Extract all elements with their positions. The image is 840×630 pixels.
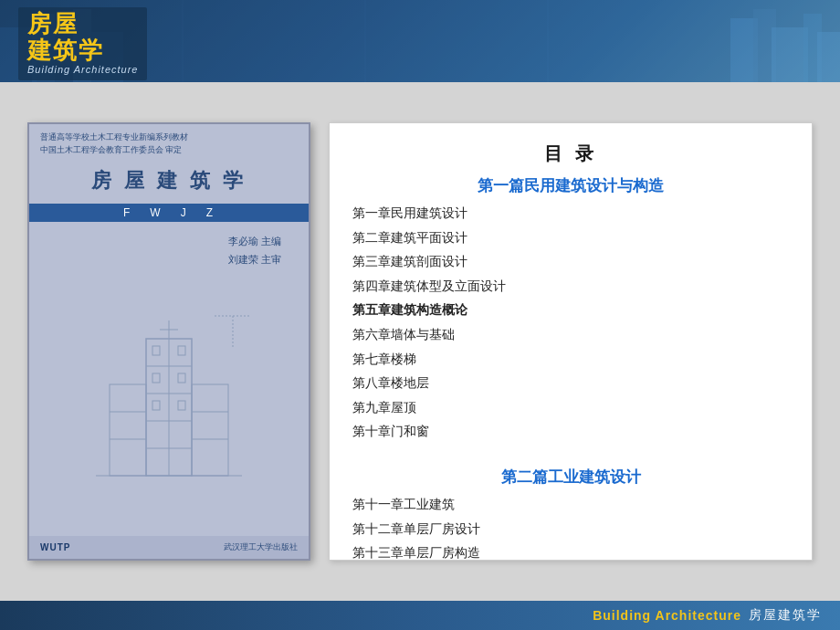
svg-rect-24: [152, 401, 160, 410]
footer-text-cn: 房屋建筑学: [749, 607, 822, 624]
toc-section1-header: 第一篇民用建筑设计与构造: [352, 175, 789, 196]
book-publisher: 武汉理工大学出版社: [224, 541, 298, 553]
book-letter-f: F: [123, 206, 131, 219]
footer-text-en: Building Architecture: [593, 608, 741, 623]
book-main-title: 房 屋 建 筑 学: [29, 167, 309, 194]
toc-item: 第六章墙体与基础: [352, 323, 789, 348]
toc-item: 第十三章单层厂房构造: [352, 541, 789, 561]
svg-rect-8: [772, 27, 808, 82]
book-top-text: 普通高等学校土木工程专业新编系列教材 中国土木工程学会教育工作委员会 审定: [29, 124, 309, 160]
toc-section2-header: 第二篇工业建筑设计: [352, 467, 789, 488]
toc-item: 第二章建筑平面设计: [352, 226, 789, 251]
header-title-en: Building Architecture: [27, 64, 138, 75]
toc-item: 第十章门和窗: [352, 420, 789, 445]
svg-rect-29: [192, 384, 228, 476]
toc-item: 第一章民用建筑设计: [352, 202, 789, 226]
toc-panel: 目 录 第一篇民用建筑设计与构造 第一章民用建筑设计 第二章建筑平面设计 第三章…: [329, 122, 813, 561]
book-letter-z: Z: [206, 206, 215, 219]
header-title-cn: 房屋 建筑学: [27, 11, 138, 63]
svg-rect-26: [110, 384, 146, 476]
toc-items-part1: 第一章民用建筑设计 第二章建筑平面设计 第三章建筑剖面设计 第四章建筑体型及立面…: [352, 202, 789, 445]
toc-item: 第四章建筑体型及立面设计: [352, 275, 789, 299]
footer-bar: Building Architecture 房屋建筑学: [0, 601, 840, 630]
header: 房屋 建筑学 Building Architecture: [0, 0, 840, 82]
toc-item: 第七章楼梯: [352, 348, 789, 373]
book-authors: 李必瑜 主编 刘建荣 主审: [29, 233, 309, 269]
book-letter-j: J: [181, 206, 188, 219]
book-letters-row: F W J Z: [29, 204, 309, 222]
toc-item: 第八章楼地层: [352, 372, 789, 396]
toc-item: 第九章屋顶: [352, 396, 789, 421]
svg-rect-10: [817, 32, 840, 82]
book-illustration: [29, 269, 309, 536]
svg-rect-23: [178, 373, 185, 383]
toc-item: 第十一章工业建筑: [352, 493, 789, 518]
main-content: 普通高等学校土木工程专业新编系列教材 中国土木工程学会教育工作委员会 审定 房 …: [0, 82, 840, 601]
book-logo: WUTP: [40, 542, 70, 552]
svg-rect-22: [152, 373, 160, 383]
toc-item: 第十二章单层厂房设计: [352, 518, 789, 542]
svg-rect-20: [152, 346, 160, 355]
book-letter-w: W: [150, 206, 162, 219]
toc-item-bold: 第五章建筑构造概论: [352, 299, 789, 323]
book-cover: 普通高等学校土木工程专业新编系列教材 中国土木工程学会教育工作委员会 审定 房 …: [27, 122, 310, 561]
header-title-block: 房屋 建筑学 Building Architecture: [18, 7, 147, 80]
svg-rect-21: [178, 346, 185, 355]
svg-rect-25: [178, 401, 185, 410]
toc-item: 第三章建筑剖面设计: [352, 250, 789, 275]
toc-items-part2: 第十一章工业建筑 第十二章单层厂房设计 第十三章单层厂房构造 第十四章多层厂房平…: [352, 493, 789, 561]
book-footer: WUTP 武汉理工大学出版社: [29, 536, 309, 559]
toc-title: 目 录: [352, 142, 789, 166]
